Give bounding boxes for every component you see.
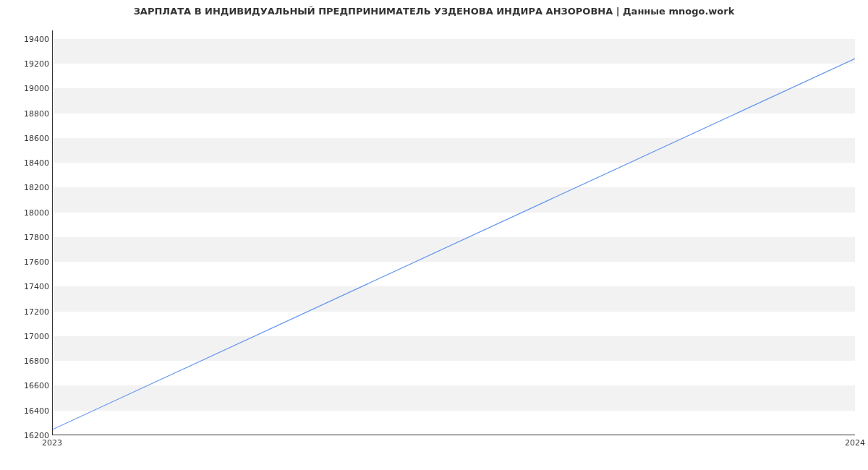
x-tick-label: 2024 xyxy=(845,438,865,448)
y-tick-label: 19200 xyxy=(6,59,49,69)
chart-title: ЗАРПЛАТА В ИНДИВИДУАЛЬНЫЙ ПРЕДПРИНИМАТЕЛ… xyxy=(0,6,868,17)
y-tick-label: 16600 xyxy=(6,381,49,390)
y-tick-label: 17400 xyxy=(6,282,49,291)
y-tick-label: 17800 xyxy=(6,232,49,242)
plot-area xyxy=(52,30,855,435)
y-tick-label: 18800 xyxy=(6,108,49,118)
y-tick-label: 19000 xyxy=(6,84,49,93)
y-tick-label: 16400 xyxy=(6,406,49,415)
y-tick-label: 19400 xyxy=(6,34,49,43)
y-tick-label: 18600 xyxy=(6,133,49,142)
y-tick-label: 18000 xyxy=(6,208,49,217)
chart-container: ЗАРПЛАТА В ИНДИВИДУАЛЬНЫЙ ПРЕДПРИНИМАТЕЛ… xyxy=(0,0,868,470)
y-tick-label: 18200 xyxy=(6,183,49,192)
y-tick-label: 17200 xyxy=(6,307,49,316)
y-tick-label: 18400 xyxy=(6,158,49,168)
y-tick-label: 17600 xyxy=(6,257,49,267)
y-tick-label: 16800 xyxy=(6,356,49,366)
line-series xyxy=(53,30,855,435)
y-tick-label: 17000 xyxy=(6,331,49,341)
x-tick-label: 2023 xyxy=(42,438,62,448)
